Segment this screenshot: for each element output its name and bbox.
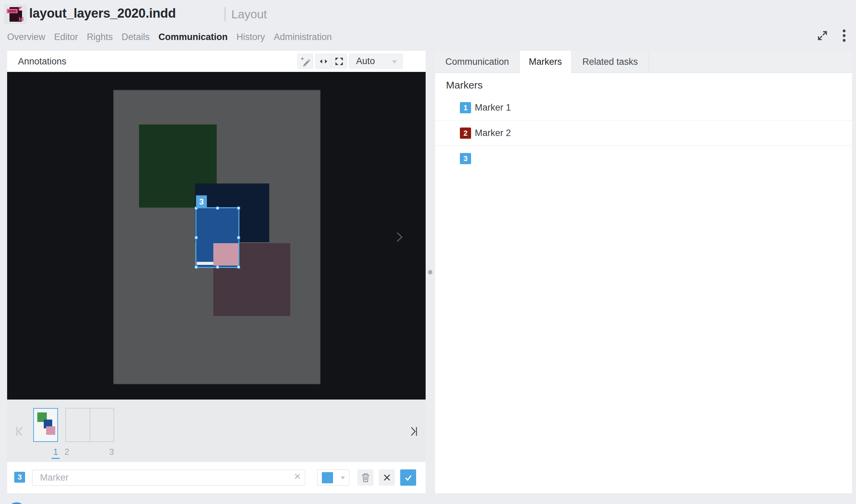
title-separator — [225, 7, 226, 21]
clear-input-icon[interactable]: ✕ — [294, 471, 301, 482]
indesign-file-icon: Id INDD — [4, 4, 27, 24]
skip-to-first-icon[interactable] — [16, 426, 23, 437]
resize-handle-se[interactable] — [237, 266, 240, 269]
spread-divider — [90, 408, 90, 442]
marker-color-dropdown[interactable] — [317, 469, 349, 486]
details-panel: Communication Markers Related tasks Mark… — [435, 51, 852, 493]
marker-editor-bar: 3 ✕ — [7, 462, 426, 493]
nav-item-editor[interactable]: Editor — [54, 32, 78, 42]
delete-marker-button[interactable] — [357, 469, 373, 486]
marker-badge-3-canvas[interactable]: 3 — [196, 195, 207, 208]
view-fit-button-group — [316, 54, 347, 69]
nav-item-overview[interactable]: Overview — [7, 32, 46, 42]
cancel-button[interactable] — [379, 469, 395, 486]
kebab-menu-icon[interactable] — [842, 29, 846, 42]
main-nav: Overview Editor Rights Details Communica… — [7, 30, 332, 44]
page-title: layout_layers_2020.indd — [29, 6, 176, 21]
marker-row-3[interactable]: 3 — [435, 146, 852, 171]
page-thumbnail-spread-2-3[interactable] — [66, 408, 114, 442]
marker-label: Marker 2 — [475, 121, 511, 146]
tab-markers[interactable]: Markers — [520, 51, 571, 73]
nav-item-details[interactable]: Details — [122, 32, 150, 42]
mini-pink-rect — [46, 426, 55, 435]
tab-communication[interactable]: Communication — [435, 51, 520, 73]
nav-item-rights[interactable]: Rights — [87, 32, 113, 42]
chevron-down-icon — [341, 476, 345, 479]
annotations-panel: Annotations — [7, 51, 426, 493]
marker-number-badge: 1 — [460, 102, 471, 113]
marker-row-2[interactable]: 2 Marker 2 — [435, 121, 852, 146]
resize-handle-w[interactable] — [195, 236, 198, 239]
app-window: Id INDD layout_layers_2020.indd Layout O… — [0, 0, 856, 504]
marker-selection-outline[interactable] — [195, 207, 239, 268]
page-number-2[interactable]: 2 — [63, 447, 71, 457]
view-label: Layout — [231, 7, 267, 21]
file-type-badge: INDD — [7, 9, 18, 13]
folded-corner — [19, 7, 22, 11]
zoom-select-value: Auto — [356, 56, 375, 67]
marker-name-input[interactable] — [32, 470, 305, 486]
page-thumbnail-strip: 1 2 3 — [7, 399, 426, 462]
nav-item-history[interactable]: History — [236, 32, 265, 42]
annotations-title: Annotations — [18, 51, 67, 72]
marker-label: Marker 1 — [475, 95, 511, 121]
marker-number-badge: 3 — [460, 153, 471, 164]
expand-icon[interactable] — [816, 29, 829, 42]
page-thumbnail-1[interactable] — [33, 408, 58, 442]
annotations-header: Annotations — [7, 51, 426, 72]
tab-related-tasks[interactable]: Related tasks — [571, 51, 649, 73]
panel-divider-handle[interactable] — [428, 270, 432, 274]
skip-to-last-icon[interactable] — [410, 426, 417, 437]
fit-width-icon[interactable] — [316, 54, 331, 68]
resize-handle-sw[interactable] — [195, 266, 198, 269]
next-page-chevron-icon[interactable] — [396, 231, 403, 243]
document-viewer[interactable]: 3 — [7, 72, 426, 399]
resize-handle-s[interactable] — [216, 266, 219, 269]
add-annotation-button[interactable] — [298, 54, 313, 69]
fit-screen-icon[interactable] — [331, 54, 346, 68]
chevron-down-icon — [392, 60, 397, 64]
tabbar-filler — [649, 51, 852, 73]
marker-row-1[interactable]: 1 Marker 1 — [435, 95, 852, 121]
floating-action-button[interactable] — [7, 502, 26, 504]
resize-handle-e[interactable] — [237, 236, 240, 239]
resize-handle-n[interactable] — [216, 206, 219, 210]
page-number-3[interactable]: 3 — [107, 447, 115, 457]
resize-handle-ne[interactable] — [237, 206, 240, 210]
marker-badge-3-editor: 3 — [14, 472, 25, 483]
nav-item-communication[interactable]: Communication — [158, 32, 228, 42]
page-number-1[interactable]: 1 — [52, 447, 60, 459]
nav-item-administration[interactable]: Administration — [274, 32, 332, 42]
marker-number-badge: 2 — [460, 127, 471, 139]
indesign-logo-text: Id — [15, 16, 28, 23]
zoom-select[interactable]: Auto — [349, 54, 403, 69]
color-swatch — [322, 472, 333, 483]
markers-heading: Markers — [446, 79, 483, 91]
confirm-button[interactable] — [400, 469, 416, 486]
details-tabbar: Communication Markers Related tasks — [435, 51, 852, 73]
